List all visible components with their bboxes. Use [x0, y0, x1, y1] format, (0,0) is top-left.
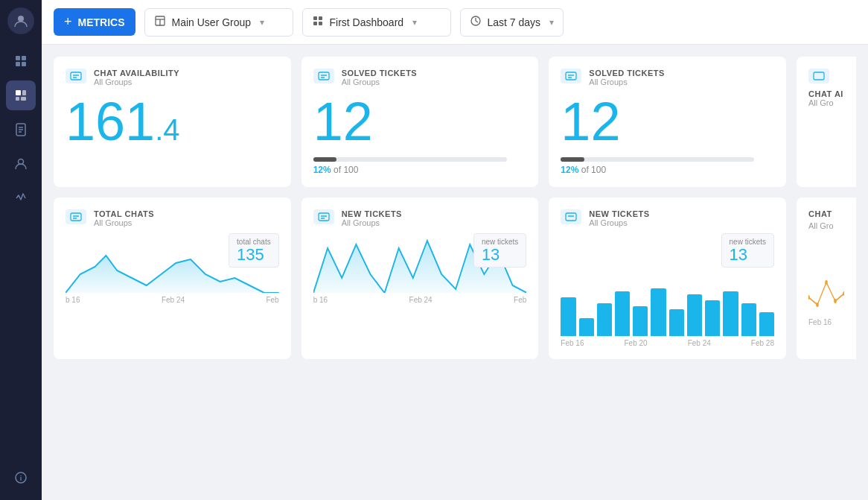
card-title: NEW TICKETS — [589, 209, 649, 218]
time-dropdown[interactable]: Last 7 days ▾ — [460, 8, 564, 37]
svg-rect-4 — [22, 62, 26, 66]
sidebar-item-users[interactable] — [6, 149, 36, 179]
svg-point-47 — [816, 303, 819, 307]
chart-label-box: total chats 135 — [229, 233, 279, 268]
svg-point-49 — [834, 299, 837, 303]
svg-text:i: i — [20, 475, 22, 482]
sidebar: i — [0, 0, 42, 500]
chart-dates-bar: Feb 16 Feb 20 Feb 24 Feb 28 — [561, 339, 774, 347]
bar-chart-area — [561, 276, 774, 336]
chevron-down-icon: ▾ — [260, 17, 264, 28]
new-tickets-2-icon — [561, 209, 581, 224]
svg-rect-7 — [16, 97, 19, 101]
solved-tickets-2-icon — [561, 69, 581, 83]
svg-rect-44 — [566, 213, 576, 221]
svg-rect-22 — [319, 22, 322, 25]
card-solved-tickets-2: SOLVED TICKETS All Groups 12 12% of 100 — [549, 57, 786, 187]
new-tickets-icon — [313, 209, 334, 224]
new-tickets-1-chart: new tickets 13 — [313, 233, 527, 293]
progress-bar-fill — [313, 157, 336, 162]
card-title: NEW TICKETS — [342, 209, 402, 218]
chat-ai-2-subtitle: All Gro — [808, 221, 844, 230]
metrics-button[interactable]: + METRICS — [54, 8, 135, 36]
progress-pct: 12% — [313, 165, 331, 175]
chevron-down-icon-time: ▾ — [549, 17, 554, 28]
progress-text-2: 12% of 100 — [561, 165, 774, 175]
card-header: NEW TICKETS All Groups — [561, 209, 774, 227]
progress-bar-wrap — [313, 157, 507, 162]
topbar: + METRICS Main User Group ▾ — [42, 0, 868, 45]
card-value: 161.4 — [66, 92, 279, 151]
avatar — [7, 7, 34, 34]
chart-dates: b 16 Feb 24 Feb — [66, 296, 279, 304]
card-row-1: CHAT AVAILABILITY All Groups 161.4 — [54, 57, 856, 187]
svg-rect-40 — [319, 213, 329, 221]
chart-label-box: new tickets 13 — [473, 233, 526, 268]
chart-num: 13 — [482, 246, 518, 264]
sidebar-item-info[interactable]: i — [6, 463, 36, 493]
chart-num: 135 — [237, 246, 271, 264]
bar-6 — [651, 288, 666, 336]
svg-point-48 — [825, 280, 828, 285]
svg-rect-36 — [71, 213, 81, 221]
chevron-down-icon-dash: ▾ — [412, 17, 417, 28]
chart-date-partial: Feb 16 — [808, 318, 844, 326]
progress-pct-2: 12% — [561, 165, 578, 175]
progress-bar-wrap-2 — [561, 157, 754, 162]
sidebar-item-dashboard[interactable] — [6, 80, 36, 110]
svg-point-0 — [18, 16, 24, 22]
card-new-tickets-1: NEW TICKETS All Groups new tickets 13 — [301, 197, 539, 359]
dashboard-dropdown[interactable]: First Dashboard ▾ — [302, 8, 451, 37]
card-title-block: CHAT AVAILABILITY All Groups — [94, 69, 179, 86]
chat-ai-title: CHAT AI — [808, 89, 844, 98]
bar-9 — [705, 300, 720, 336]
main-area: + METRICS Main User Group ▾ — [42, 0, 868, 500]
card-value: 12 — [561, 92, 774, 151]
svg-rect-2 — [22, 56, 26, 60]
bar-12 — [759, 312, 774, 336]
chat-ai-icon — [808, 69, 829, 83]
card-chat-ai-partial: CHAT AI All Gro — [797, 57, 856, 187]
card-subtitle: All Groups — [342, 218, 402, 227]
bar-7 — [669, 309, 684, 336]
svg-rect-3 — [16, 62, 20, 66]
card-chat-availability: CHAT AVAILABILITY All Groups 161.4 — [54, 57, 291, 187]
card-subtitle: All Groups — [589, 77, 665, 86]
bar-10 — [723, 291, 738, 336]
svg-rect-26 — [71, 72, 81, 80]
card-subtitle: All Groups — [94, 218, 154, 227]
card-title: TOTAL CHATS — [94, 209, 154, 218]
total-chats-chart: total chats 135 — [66, 233, 279, 293]
chart-num-bar: 13 — [730, 246, 766, 264]
building-icon — [154, 15, 166, 30]
solved-tickets-icon — [313, 69, 334, 83]
svg-rect-19 — [313, 16, 317, 20]
svg-rect-6 — [22, 90, 26, 95]
card-subtitle: All Groups — [342, 77, 418, 86]
progress-text: 12% of 100 — [313, 165, 527, 175]
chart-label-box-bar: new tickets 13 — [721, 233, 774, 268]
sidebar-item-home[interactable] — [6, 46, 36, 76]
card-row-2: TOTAL CHATS All Groups total chats 135 — [54, 197, 856, 359]
chart-dates-2: b 16 Feb 24 Feb — [313, 296, 527, 304]
svg-rect-8 — [21, 97, 26, 101]
card-title: SOLVED TICKETS — [342, 69, 418, 77]
svg-rect-32 — [566, 72, 576, 80]
card-header: CHAT AVAILABILITY All Groups — [66, 69, 279, 86]
total-chats-icon — [66, 209, 86, 224]
svg-rect-21 — [313, 22, 317, 25]
card-header: SOLVED TICKETS All Groups — [313, 69, 527, 86]
sidebar-item-analytics[interactable] — [6, 183, 36, 213]
bar-8 — [687, 294, 702, 336]
grid-icon — [312, 15, 324, 30]
plus-icon: + — [64, 14, 72, 30]
bar-1 — [561, 297, 575, 336]
card-header: SOLVED TICKETS All Groups — [561, 69, 774, 86]
bar-2 — [579, 318, 594, 336]
sidebar-item-reports[interactable] — [6, 115, 36, 145]
svg-line-25 — [476, 21, 478, 22]
card-value: 12 — [313, 92, 527, 151]
card-header: TOTAL CHATS All Groups — [66, 209, 279, 227]
group-dropdown[interactable]: Main User Group ▾ — [144, 8, 293, 37]
card-new-tickets-2: NEW TICKETS All Groups new tickets 13 — [549, 197, 786, 359]
